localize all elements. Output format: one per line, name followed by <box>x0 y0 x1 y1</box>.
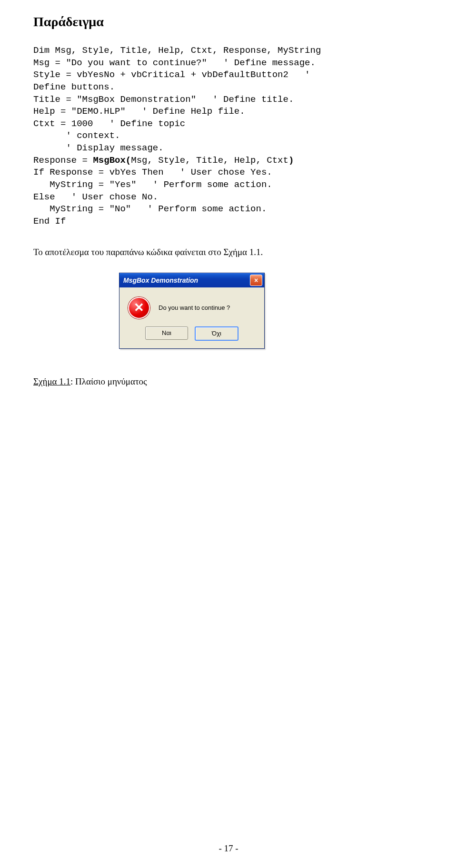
code-line: If Response = vbYes Then ' User chose Ye… <box>33 167 272 178</box>
code-line: ' Display message. <box>33 143 164 153</box>
yes-button[interactable]: Ναι <box>145 326 188 340</box>
code-line: Help = "DEMO.HLP" ' Define Help file. <box>33 106 245 117</box>
code-line: MyString = "Yes" ' Perform some action. <box>33 179 272 190</box>
msgbox-message: Do you want to continue ? <box>159 304 230 311</box>
close-icon: × <box>254 276 258 284</box>
msgbox-figure: MsgBox Demonstration × ✕ Do you want to … <box>33 273 424 349</box>
code-bold: ) <box>288 155 294 166</box>
msgbox-buttons: Ναι Όχι <box>119 325 264 348</box>
code-line: MyString = "No" ' Perform some action. <box>33 204 267 214</box>
code-line: Else ' User chose No. <box>33 192 158 202</box>
result-text: Το αποτέλεσμα του παραπάνω κώδικα φαίνετ… <box>33 247 424 257</box>
code-line: Msg, Style, Title, Help, Ctxt <box>131 155 288 166</box>
msgbox-body: ✕ Do you want to continue ? <box>119 287 264 325</box>
code-line: Response = <box>33 155 93 166</box>
figure-caption: Σχήμα 1.1: Πλαίσιο μηνύματος <box>33 376 424 387</box>
code-line: ' context. <box>33 130 120 141</box>
code-line: Msg = "Do you want to continue?" ' Defin… <box>33 58 316 68</box>
code-line: Dim Msg, Style, Title, Help, Ctxt, Respo… <box>33 45 321 56</box>
msgbox-titlebar: MsgBox Demonstration × <box>119 273 264 287</box>
section-heading: Παράδειγμα <box>33 14 424 30</box>
code-line: End If <box>33 216 66 227</box>
page-number: - 17 - <box>0 843 457 854</box>
code-line: Define buttons. <box>33 82 115 92</box>
code-line: Title = "MsgBox Demonstration" ' Define … <box>33 94 294 105</box>
no-button[interactable]: Όχι <box>195 326 238 341</box>
msgbox-title: MsgBox Demonstration <box>123 276 198 284</box>
msgbox-dialog: MsgBox Demonstration × ✕ Do you want to … <box>119 273 265 349</box>
code-bold: MsgBox( <box>93 155 131 166</box>
figure-label: Σχήμα 1.1 <box>33 376 70 386</box>
error-icon: ✕ <box>128 297 150 319</box>
error-x-icon: ✕ <box>134 300 144 315</box>
code-line: Ctxt = 1000 ' Define topic <box>33 118 185 129</box>
code-block: Dim Msg, Style, Title, Help, Ctxt, Respo… <box>33 45 424 228</box>
code-line: Style = vbYesNo + vbCritical + vbDefault… <box>33 69 310 80</box>
close-button[interactable]: × <box>250 275 262 286</box>
figure-sep: : <box>70 376 75 386</box>
figure-text: Πλαίσιο μηνύματος <box>75 376 147 386</box>
